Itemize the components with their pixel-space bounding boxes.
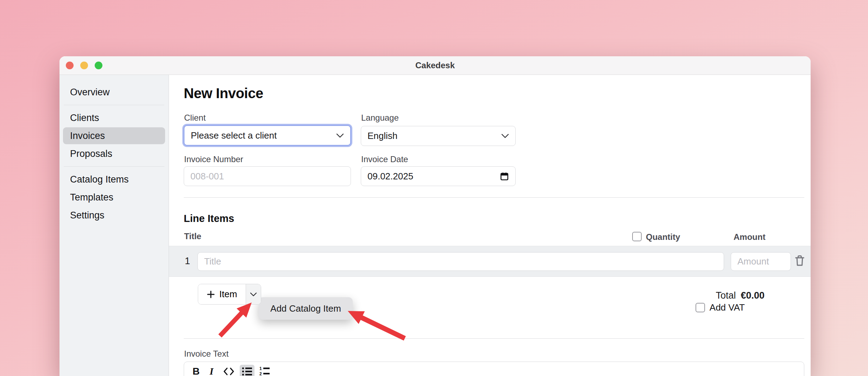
add-item-label: Item bbox=[219, 289, 237, 300]
sidebar-item-clients[interactable]: Clients bbox=[63, 109, 165, 126]
chevron-down-icon bbox=[501, 134, 509, 138]
client-label: Client bbox=[184, 113, 206, 123]
zoom-window-button[interactable] bbox=[95, 62, 102, 69]
add-vat-checkbox[interactable] bbox=[696, 303, 705, 312]
invoice-text-editor[interactable]: B I bbox=[184, 362, 804, 376]
bold-button[interactable]: B bbox=[190, 365, 202, 376]
quantity-toggle-checkbox[interactable] bbox=[632, 232, 642, 241]
bullet-list-button[interactable] bbox=[240, 365, 254, 376]
sidebar: Overview Clients Invoices Proposals Cata… bbox=[59, 75, 169, 376]
line-item-amount-input[interactable] bbox=[731, 252, 791, 271]
code-button[interactable] bbox=[221, 365, 237, 376]
main-content: New Invoice Client Please select a clien… bbox=[169, 75, 811, 376]
column-header-amount: Amount bbox=[734, 232, 766, 242]
traffic-lights bbox=[66, 56, 102, 75]
minimize-window-button[interactable] bbox=[80, 62, 88, 69]
calendar-icon[interactable] bbox=[500, 172, 509, 181]
code-icon bbox=[223, 367, 235, 376]
language-label: Language bbox=[361, 113, 399, 123]
sidebar-item-settings[interactable]: Settings bbox=[63, 207, 165, 224]
sidebar-item-proposals[interactable]: Proposals bbox=[63, 145, 165, 162]
add-item-split-button: Item bbox=[198, 284, 261, 305]
section-divider bbox=[184, 338, 804, 339]
total-label: Total bbox=[716, 290, 736, 301]
client-select-value: Please select a client bbox=[191, 130, 277, 141]
column-header-title: Title bbox=[184, 231, 201, 241]
add-item-dropdown-toggle[interactable] bbox=[246, 284, 261, 304]
language-select-value: English bbox=[367, 130, 397, 141]
column-header-quantity: Quantity bbox=[646, 232, 680, 242]
add-item-dropdown-menu: Add Catalog Item bbox=[259, 297, 353, 320]
add-item-button[interactable]: Item bbox=[198, 284, 246, 304]
section-divider bbox=[184, 197, 804, 198]
line-items-heading: Line Items bbox=[184, 213, 234, 224]
plus-icon bbox=[207, 290, 215, 299]
line-item-title-input[interactable] bbox=[197, 252, 724, 271]
add-vat-label: Add VAT bbox=[710, 302, 745, 313]
italic-button[interactable]: I bbox=[205, 365, 218, 376]
sidebar-item-templates[interactable]: Templates bbox=[63, 189, 165, 206]
total-value: €0.00 bbox=[741, 290, 765, 301]
ordered-list-button[interactable]: 1 2 bbox=[257, 365, 272, 376]
add-vat-row: Add VAT bbox=[696, 302, 745, 313]
bullet-list-icon bbox=[242, 367, 252, 376]
invoice-date-input[interactable]: 09.02.2025 bbox=[361, 166, 516, 186]
invoice-date-value: 09.02.2025 bbox=[367, 171, 413, 182]
chevron-down-icon bbox=[336, 133, 344, 138]
sidebar-item-overview[interactable]: Overview bbox=[63, 84, 165, 101]
sidebar-item-catalog-items[interactable]: Catalog Items bbox=[63, 171, 165, 188]
client-select[interactable]: Please select a client bbox=[184, 125, 351, 146]
total-line: Total €0.00 bbox=[716, 290, 765, 301]
invoice-date-label: Invoice Date bbox=[361, 154, 408, 164]
menu-item-add-catalog-item[interactable]: Add Catalog Item bbox=[270, 303, 341, 314]
svg-text:1: 1 bbox=[259, 367, 262, 371]
delete-line-item-button[interactable] bbox=[794, 255, 805, 268]
titlebar: Cakedesk bbox=[59, 56, 811, 75]
sidebar-item-invoices[interactable]: Invoices bbox=[63, 127, 165, 144]
editor-toolbar: B I bbox=[184, 362, 804, 376]
sidebar-divider bbox=[64, 166, 164, 167]
ordered-list-icon: 1 2 bbox=[259, 367, 270, 376]
page-title: New Invoice bbox=[184, 85, 263, 101]
invoice-text-label: Invoice Text bbox=[184, 349, 228, 359]
language-select[interactable]: English bbox=[361, 126, 516, 146]
close-window-button[interactable] bbox=[66, 62, 74, 69]
chevron-down-icon bbox=[250, 292, 257, 297]
line-item-index: 1 bbox=[185, 256, 190, 267]
invoice-number-input[interactable] bbox=[184, 166, 351, 186]
sidebar-divider bbox=[64, 105, 164, 105]
app-window: Cakedesk Overview Clients Invoices Propo… bbox=[59, 56, 811, 376]
invoice-number-label: Invoice Number bbox=[184, 154, 243, 164]
svg-text:2: 2 bbox=[259, 371, 262, 376]
window-title: Cakedesk bbox=[415, 60, 455, 70]
trash-icon bbox=[794, 255, 805, 267]
